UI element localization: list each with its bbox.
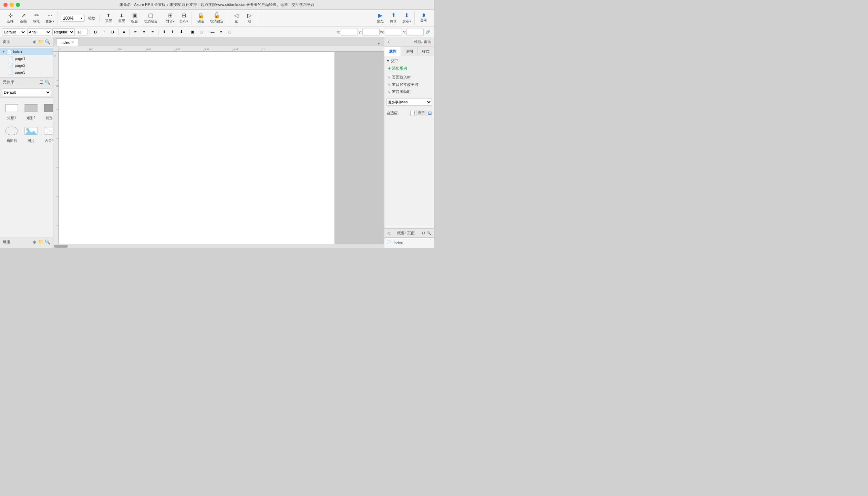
ungroup-button[interactable]: ▢ 取消组合 [142,12,159,25]
scrollbar-thumb[interactable] [54,245,68,248]
overview-filter-icon[interactable]: ⊟ [422,231,425,235]
align-center-button[interactable]: ≡ [140,28,148,36]
border-color-button[interactable]: □ [197,28,205,36]
overview-nav-icon[interactable]: ◁ [387,231,390,235]
page-item-index[interactable]: ▼ 📄 index [0,48,53,55]
masters-header-icons: ⊕ 📁 🔍 [33,239,50,245]
align-right-button[interactable]: ≡ [149,28,156,36]
widget-item-oval[interactable]: 椭圆形 [3,123,21,145]
svg-point-6 [26,128,29,131]
plus-icon: + [388,65,391,71]
underline-button[interactable]: U [109,28,116,36]
italic-button[interactable]: I [100,28,108,36]
add-master-icon[interactable]: ⊕ [33,239,37,245]
lock-ratio-button[interactable]: 🔗 [424,28,432,36]
line-style-button[interactable]: — [209,28,216,36]
masters-section: 母版 ⊕ 📁 🔍 [0,237,53,248]
canvas-tab-index[interactable]: index × [56,38,78,46]
add-master-folder-icon[interactable]: 📁 [38,239,43,245]
widget-item-placeholder[interactable]: 占位符 [41,123,53,145]
add-usecase-button[interactable]: + 添加用例 [386,65,432,71]
bold-button[interactable]: B [92,28,99,36]
tab-close-icon[interactable]: × [72,40,74,44]
y-input[interactable] [362,29,380,35]
adaptive-checkbox[interactable] [410,111,415,115]
search-pages-icon[interactable]: 🔍 [45,39,50,44]
tab-expand-icon[interactable]: ▾ [378,41,380,46]
align-button[interactable]: ⊞ 对齐▾ [164,12,177,25]
login-button[interactable]: 👤 登录 [417,12,430,24]
font-select[interactable]: Arial [27,28,51,36]
overview-search-icon[interactable]: 🔍 [426,231,431,235]
x-input[interactable] [341,29,358,35]
font-color-button[interactable]: A [120,28,128,36]
svg-rect-7 [44,127,53,135]
h-input[interactable] [406,29,424,35]
select-tool[interactable]: ⊹ 选择 [4,12,17,25]
more-tools[interactable]: ··· 更多▾ [43,12,56,25]
w-input[interactable] [385,29,402,35]
page-item-page1[interactable]: 📄 page1 [0,55,53,62]
widget-library-select[interactable]: Default [2,89,51,96]
share-button[interactable]: ⬆ 共享 [387,12,400,25]
left-button[interactable]: ◁ 左 [230,12,242,25]
group-button[interactable]: ▣ 组合 [128,12,141,25]
widget-item-rect1[interactable]: 矩形1 [3,101,21,122]
zoom-input[interactable]: 100% ▾ [61,15,85,22]
font-size-input[interactable] [76,29,88,35]
widget-item-rect3[interactable]: 矩形3 [41,101,53,122]
event-window-resize[interactable]: ↳ 窗口尺寸改变时 [386,81,432,88]
right-button[interactable]: ▷ 右 [243,12,256,25]
format-toolbar: Default Arial Regular B I U A ≡ ≡ ≡ ⬆ ⬆ … [0,27,434,37]
pages-section: 页面 ⊕ 📁 🔍 ▼ 📄 index 📄 page1 📄 [0,37,53,78]
tab-properties[interactable]: 属性 [384,47,401,56]
search-masters-icon[interactable]: 🔍 [45,239,50,245]
add-page-icon[interactable]: ⊕ [33,39,37,44]
fill-color-button[interactable]: ▣ [189,28,196,36]
canvas[interactable] [59,52,384,244]
page-item-page3[interactable]: 📄 page3 [0,69,53,76]
horizontal-scrollbar[interactable] [53,244,384,248]
connect-tool[interactable]: ↗ 连接 [17,12,30,25]
event-window-scroll[interactable]: ↳ 窗口滚动时 [386,88,432,95]
align-left-button[interactable]: ≡ [132,28,139,36]
widget-item-image[interactable]: 图片 [22,123,40,145]
right-panel-header: ◁ 检视: 页面 [384,37,434,47]
tab-notes[interactable]: 说明 [401,47,417,56]
publish-button[interactable]: ⬇ 发布▾ [400,12,413,25]
widget-item-rect2[interactable]: 矩形2 [22,101,40,122]
bottom-layer-button[interactable]: ⬇ 底层 [115,12,128,24]
adaptive-apply-button[interactable]: 启用 [416,110,426,116]
lock-button[interactable]: 🔒 锁定 [195,12,207,25]
close-button[interactable] [3,3,8,7]
top-layer-button[interactable]: ⬆ 顶层 [102,12,115,24]
valign-top-button[interactable]: ⬆ [160,28,168,36]
interaction-section-header[interactable]: ▼ 交互 [386,58,432,63]
svg-point-3 [6,127,18,135]
event-page-load[interactable]: ↳ 页面载入时 [386,74,432,81]
panel-nav-left[interactable]: ◁ [387,40,390,44]
font-weight-select[interactable]: Regular [52,28,75,36]
adaptive-settings-icon[interactable]: ⊟ [428,110,432,116]
shadow-button[interactable]: □ [226,28,234,36]
adaptive-row: 自适应 启用 ⊟ [386,110,432,116]
placeholder-shape [43,125,53,137]
pen-tool[interactable]: ✏ 钢笔 [30,12,43,25]
search-widgets-icon[interactable]: 🔍 [45,80,50,85]
add-folder-icon[interactable]: 📁 [38,39,43,44]
page-item-page2[interactable]: 📄 page2 [0,62,53,69]
minimize-button[interactable] [10,3,14,7]
tab-styles[interactable]: 样式 [418,47,434,56]
border-width-button[interactable]: ≡ [217,28,225,36]
more-events-select[interactable]: 更多事件>>> [386,98,432,106]
canvas-inner [59,52,334,244]
maximize-button[interactable] [16,3,20,7]
valign-bottom-button[interactable]: ⬇ [177,28,185,36]
list-icon[interactable]: ☰ [39,80,43,85]
valign-middle-button[interactable]: ⬆ [169,28,176,36]
page-style-select[interactable]: Default [2,28,26,36]
separator3 [130,29,130,35]
unlock-button[interactable]: 🔓 取消锁定 [208,12,226,25]
preview-button[interactable]: ▶ 预览 [374,12,386,25]
distribute-button[interactable]: ⊟ 分布▾ [177,12,190,25]
